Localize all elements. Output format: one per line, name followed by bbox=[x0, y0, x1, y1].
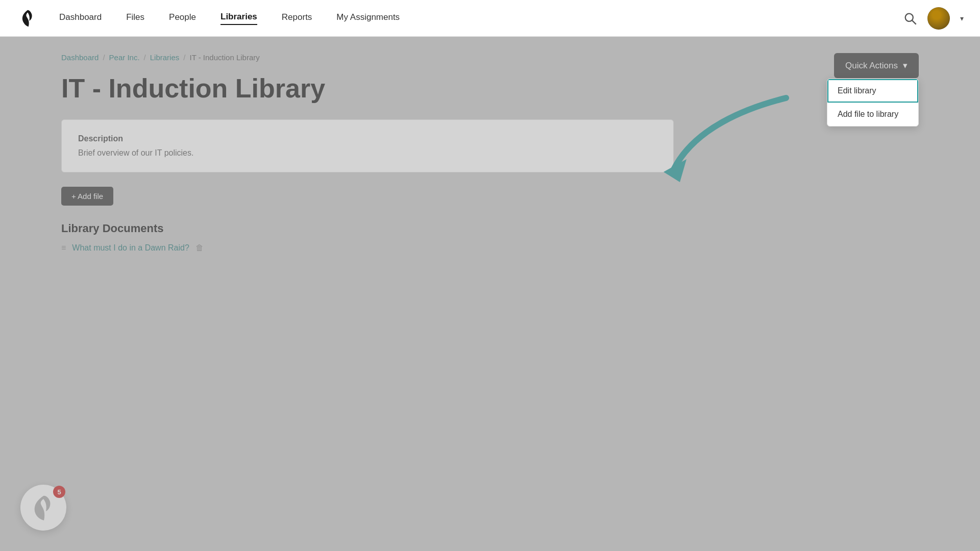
svg-point-0 bbox=[905, 13, 913, 21]
main-content: Dashboard / Pear Inc. / Libraries / IT -… bbox=[0, 37, 980, 273]
chevron-down-icon: ▾ bbox=[903, 60, 908, 71]
widget-icon bbox=[30, 494, 57, 521]
breadcrumb-sep-3: / bbox=[183, 53, 185, 62]
svg-line-1 bbox=[912, 20, 916, 24]
nav-files[interactable]: Files bbox=[126, 12, 144, 24]
quick-actions-dropdown: Edit library Add file to library bbox=[827, 79, 919, 127]
library-documents-heading: Library Documents bbox=[61, 222, 919, 235]
nav-people[interactable]: People bbox=[169, 12, 196, 24]
nav-reports[interactable]: Reports bbox=[282, 12, 312, 24]
nav-my-assignments[interactable]: My Assignments bbox=[336, 12, 400, 24]
delete-icon[interactable]: 🗑 bbox=[195, 243, 204, 253]
search-icon[interactable] bbox=[903, 11, 917, 26]
avatar[interactable] bbox=[927, 7, 950, 30]
nav-right: ▾ bbox=[903, 7, 964, 30]
dropdown-edit-library[interactable]: Edit library bbox=[827, 79, 918, 103]
avatar-chevron-down-icon[interactable]: ▾ bbox=[960, 14, 964, 22]
nav-dashboard[interactable]: Dashboard bbox=[59, 12, 102, 24]
breadcrumb-pear-inc[interactable]: Pear Inc. bbox=[109, 53, 140, 62]
page-title: IT - Induction Library bbox=[61, 74, 919, 103]
drag-handle-icon[interactable]: ≡ bbox=[61, 243, 66, 253]
doc-link[interactable]: What must I do in a Dawn Raid? bbox=[72, 243, 189, 253]
add-file-button[interactable]: + Add file bbox=[61, 187, 113, 206]
widget-badge: 5 bbox=[53, 486, 65, 498]
breadcrumb-dashboard[interactable]: Dashboard bbox=[61, 53, 99, 62]
description-card: Description Brief overview of our IT pol… bbox=[61, 119, 674, 172]
breadcrumb: Dashboard / Pear Inc. / Libraries / IT -… bbox=[61, 53, 919, 62]
nav-links: Dashboard Files People Libraries Reports… bbox=[59, 12, 903, 25]
app-logo[interactable] bbox=[16, 7, 39, 30]
description-label: Description bbox=[78, 134, 657, 143]
nav-libraries[interactable]: Libraries bbox=[220, 12, 257, 25]
description-text: Brief overview of our IT policies. bbox=[78, 148, 657, 158]
dropdown-add-file-to-library[interactable]: Add file to library bbox=[827, 103, 918, 126]
breadcrumb-libraries[interactable]: Libraries bbox=[150, 53, 180, 62]
quick-actions-button[interactable]: Quick Actions ▾ bbox=[834, 53, 919, 78]
quick-actions-label: Quick Actions bbox=[845, 61, 898, 71]
bottom-widget[interactable]: 5 bbox=[20, 485, 66, 531]
breadcrumb-current: IT - Induction Library bbox=[189, 53, 259, 62]
breadcrumb-sep-2: / bbox=[144, 53, 146, 62]
navbar: Dashboard Files People Libraries Reports… bbox=[0, 0, 980, 37]
breadcrumb-sep-1: / bbox=[103, 53, 105, 62]
doc-item: ≡ What must I do in a Dawn Raid? 🗑 bbox=[61, 243, 919, 253]
